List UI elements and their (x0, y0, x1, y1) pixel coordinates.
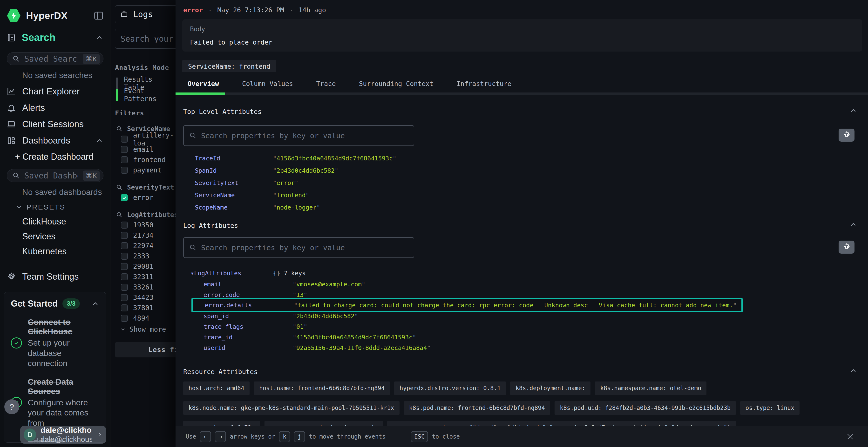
checkbox[interactable] (121, 136, 128, 143)
checkbox-checked[interactable] (121, 194, 128, 201)
chevron-up-icon[interactable] (95, 33, 103, 42)
filter-option[interactable]: frontend (121, 154, 176, 165)
get-started-step[interactable]: Connect to ClickHouse Set up your databa… (11, 317, 99, 369)
checkbox[interactable] (121, 253, 128, 260)
attribute-row[interactable]: SpanId "2b43d0c4dd6bc582" (195, 165, 858, 176)
resource-chip[interactable]: hyperdx.distro.version: 0.8.1 (394, 381, 506, 395)
filter-option[interactable]: 37801 (121, 303, 176, 313)
top-level-search-field[interactable] (201, 132, 408, 140)
log-attributes-search-field[interactable] (201, 243, 408, 252)
avatar: D (24, 428, 36, 441)
column-settings-button[interactable] (839, 241, 855, 253)
checkbox[interactable] (121, 304, 128, 311)
resource-chip[interactable]: host.arch: amd64 (183, 381, 250, 395)
collapse-sidebar-icon[interactable] (94, 11, 103, 20)
resource-chip[interactable]: os.type: linux (740, 401, 800, 415)
collapse-section-icon[interactable] (849, 106, 858, 115)
log-attributes-root-row[interactable]: ▾LogAttributes {} 7 keys (190, 267, 858, 279)
sidebar-item-search[interactable]: Search (0, 28, 110, 48)
collapse-section-icon[interactable] (849, 220, 858, 229)
resource-chip[interactable]: k8s.pod.name: frontend-6b6c8d7bfd-ng894 (404, 401, 551, 415)
preset-clickhouse[interactable]: ClickHouse (0, 214, 110, 229)
saved-dashboards-input[interactable]: ⌘K (7, 169, 103, 182)
attribute-row[interactable]: trace_flags "01" (204, 321, 858, 332)
tab-trace[interactable]: Trace (316, 80, 347, 88)
checkbox[interactable] (121, 294, 128, 301)
filter-option[interactable]: 33261 (121, 282, 176, 293)
tab-infrastructure[interactable]: Infrastructure (457, 80, 523, 88)
attribute-row[interactable]: SeverityText "error" (195, 177, 858, 189)
filter-option[interactable]: 29081 (121, 261, 176, 272)
attribute-row-highlighted[interactable]: error.details "failed to charge card: co… (191, 298, 743, 312)
column-settings-button[interactable] (839, 129, 855, 142)
attribute-row[interactable]: ScopeName "node-logger" (195, 201, 858, 213)
resource-chip[interactable]: k8s.pod.uid: f284fb2d-a0b3-4634-991b-e2c… (555, 401, 736, 415)
filter-option[interactable]: 32311 (121, 272, 176, 282)
checkbox[interactable] (121, 315, 128, 322)
show-more-button[interactable]: Show more (120, 325, 176, 333)
attribute-row[interactable]: trace_id "4156d3fbc40a64854d9dc7f6864159… (204, 332, 858, 342)
preset-kubernetes[interactable]: Kubernetes (0, 244, 110, 259)
saved-searches-field[interactable] (24, 54, 79, 64)
presets-toggle[interactable]: PRESETS (0, 200, 110, 214)
user-menu[interactable]: D dale@clickhouse.com dale@clickhouse.co… (20, 426, 106, 444)
checkbox[interactable] (121, 242, 128, 249)
sidebar-item-chart-explorer[interactable]: Chart Explorer (0, 83, 110, 100)
checkbox[interactable] (121, 156, 128, 163)
filter-group-severitytext: SeverityText (116, 183, 176, 191)
get-started-card: Get Started 3/3 Connect to ClickHouse Se… (4, 292, 106, 443)
resource-chip[interactable]: k8s.node.name: gke-pme-k8s-standard-main… (183, 401, 400, 415)
filter-option[interactable]: 4894 (121, 313, 176, 323)
resource-chip[interactable]: host.name: frontend-6b6c8d7bfd-ng894 (254, 381, 390, 395)
checkbox[interactable] (121, 263, 128, 270)
attribute-row[interactable]: email "vmoses@example.com" (204, 279, 858, 289)
attribute-row[interactable]: TraceId "4156d3fbc40a64854d9dc7f68641593… (195, 152, 858, 164)
checkbox[interactable] (121, 167, 128, 174)
filter-option[interactable]: 22974 (121, 241, 176, 251)
resource-chip[interactable]: k8s.namespace.name: otel-demo (595, 381, 707, 395)
sidebar-item-dashboards[interactable]: Dashboards (0, 133, 110, 149)
saved-dashboards-field[interactable] (24, 171, 79, 180)
filter-option[interactable]: payment (121, 165, 176, 175)
top-level-search-input[interactable] (183, 125, 414, 146)
checkbox[interactable] (121, 146, 128, 153)
checkbox[interactable] (121, 273, 128, 280)
sidebar-item-client-sessions[interactable]: Client Sessions (0, 116, 110, 133)
sidebar-item-alerts[interactable]: Alerts (0, 100, 110, 116)
body-card: Body Failed to place order (182, 19, 862, 51)
sidebar-item-team-settings[interactable]: Team Settings (0, 269, 110, 285)
search-icon[interactable] (116, 184, 123, 191)
get-started-step[interactable]: Create Data Sources Configure where your… (11, 377, 99, 428)
attribute-row[interactable]: ServiceName "frontend" (195, 189, 858, 201)
mode-event-patterns[interactable]: Event Patterns (116, 89, 176, 101)
attribute-row[interactable]: userId "92a55156-39a4-11f0-8ddd-a2eca416… (204, 342, 858, 353)
resource-chip[interactable]: k8s.deployment.name: (510, 381, 590, 395)
preset-services[interactable]: Services (0, 229, 110, 244)
log-attributes-search-input[interactable] (183, 237, 414, 258)
create-dashboard-button[interactable]: + Create Dashboard (0, 149, 110, 165)
filter-option[interactable]: 34423 (121, 293, 176, 303)
chevron-up-icon[interactable] (95, 137, 103, 145)
filter-option[interactable]: 2333 (121, 251, 176, 261)
j-key: j (294, 431, 305, 442)
tab-column-values[interactable]: Column Values (242, 80, 305, 88)
help-button[interactable]: ? (4, 399, 19, 414)
chevron-up-icon[interactable] (91, 300, 99, 308)
attribute-row[interactable]: span_id "2b43d0c4dd6bc582" (204, 311, 858, 321)
service-name-tag[interactable]: ServiceName: frontend (182, 60, 276, 72)
checkbox[interactable] (121, 284, 128, 291)
checkbox[interactable] (121, 232, 128, 239)
filter-option[interactable]: 19350 (121, 220, 176, 230)
kbd-shortcut: ⌘K (83, 171, 100, 181)
filter-option[interactable]: artillery-loa (121, 134, 176, 144)
collapse-section-icon[interactable] (849, 367, 858, 375)
tab-overview[interactable]: Overview (188, 80, 230, 88)
filter-option[interactable]: 21734 (121, 230, 176, 241)
checkbox[interactable] (121, 221, 128, 229)
saved-searches-input[interactable]: ⌘K (7, 52, 103, 65)
search-icon[interactable] (116, 126, 123, 132)
tab-surrounding-context[interactable]: Surrounding Context (359, 80, 445, 88)
close-icon[interactable] (846, 432, 855, 441)
filter-option[interactable]: error (121, 193, 176, 203)
search-icon[interactable] (116, 211, 123, 218)
